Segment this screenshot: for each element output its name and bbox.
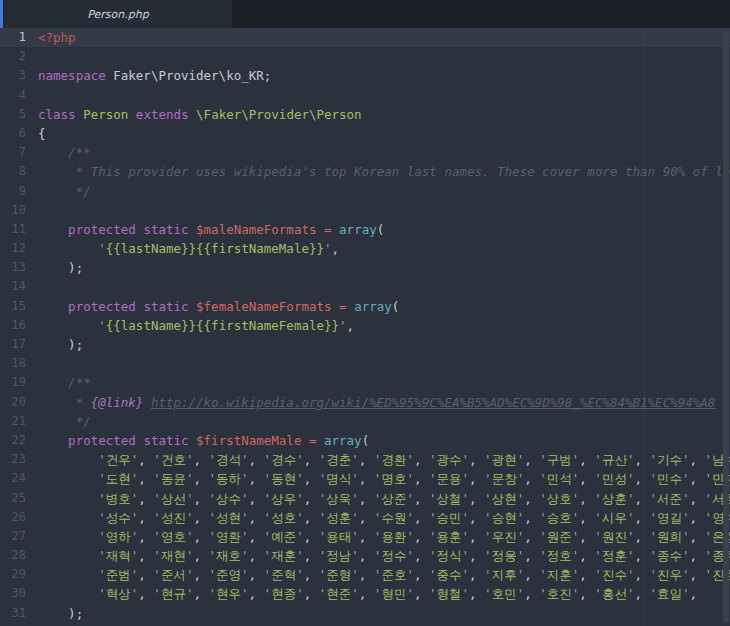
- code-line[interactable]: 7 /**: [0, 143, 730, 162]
- code-line[interactable]: 22 protected static $firstNameMale = arr…: [0, 431, 730, 450]
- code-line[interactable]: 26 '성수', '성진', '성현', '성호', '성훈', '수원', '…: [0, 508, 730, 527]
- code-token-green: 준형: [326, 567, 351, 582]
- code-token-green: 상수: [216, 491, 241, 506]
- code-token-green: 영환: [216, 529, 241, 544]
- code-token-quote: ': [153, 471, 161, 486]
- code-token-plain: ,: [414, 491, 429, 506]
- code-token-quote: ': [153, 548, 161, 563]
- code-token-quote: ': [429, 452, 437, 467]
- code-line[interactable]: 10: [0, 201, 730, 220]
- code-token-green: 문용: [437, 471, 462, 486]
- code-line[interactable]: 14: [0, 277, 730, 296]
- code-line[interactable]: 21 */: [0, 412, 730, 431]
- code-line[interactable]: 15 protected static $femaleNameFormats =…: [0, 297, 730, 316]
- code-token-plain: (: [392, 299, 400, 314]
- code-line[interactable]: 20 * {@link} http://ko.wikipedia.org/wik…: [0, 393, 730, 412]
- code-line[interactable]: 29 '준범', '준서', '준영', '준혁', '준형', '준호', '…: [0, 565, 730, 584]
- code-line[interactable]: 3namespace Faker\Provider\ko_KR;: [0, 66, 730, 85]
- code-token-plain: [38, 586, 98, 601]
- code-token-green: 문창: [492, 471, 517, 486]
- code-token-quote: ': [351, 586, 359, 601]
- code-token-plain: ,: [579, 471, 594, 486]
- line-number: 23: [0, 450, 26, 469]
- code-line[interactable]: 13 );: [0, 258, 730, 277]
- code-token-quote: ': [462, 529, 470, 544]
- code-line[interactable]: 18: [0, 354, 730, 373]
- code-token-var: $maleNameFormats: [196, 222, 316, 237]
- code-line[interactable]: 2: [0, 47, 730, 66]
- code-token-comment: */: [38, 414, 91, 429]
- code-token-quote: ': [462, 452, 470, 467]
- code-line[interactable]: 28 '재혁', '재현', '재호', '재훈', '정남', '정수', '…: [0, 546, 730, 565]
- code-line[interactable]: 25 '병호', '상선', '상수', '상우', '상욱', '상준', '…: [0, 489, 730, 508]
- code-token-green: 원진: [602, 529, 627, 544]
- code-line[interactable]: 27 '영하', '영호', '영환', '예준', '용태', '용환', '…: [0, 527, 730, 546]
- code-token-plain: [38, 548, 98, 563]
- code-token-quote: ': [264, 548, 272, 563]
- code-token-quote: ': [98, 318, 106, 333]
- code-token-quote: ': [98, 491, 106, 506]
- code-token-quote: ': [705, 567, 713, 582]
- code-token-green: 경환: [381, 452, 406, 467]
- tab-person-php[interactable]: Person.php: [4, 0, 232, 28]
- code-token-quote: ': [153, 567, 161, 582]
- code-token-quote: ': [406, 491, 414, 506]
- code-token-green: 혁상: [106, 586, 131, 601]
- code-line[interactable]: 5class Person extends \Faker\Provider\Pe…: [0, 105, 730, 124]
- code-token-plain: ,: [359, 471, 374, 486]
- code-token-plain: ,: [359, 567, 374, 582]
- code-line[interactable]: 23 '건우', '건호', '경석', '경수', '경춘', '경환', '…: [0, 450, 730, 469]
- code-line[interactable]: 8 * This provider uses wikipedia's top K…: [0, 162, 730, 181]
- code-token-green: 병호: [106, 491, 131, 506]
- code-token-quote: ': [682, 471, 690, 486]
- code-token-green: 지후: [492, 567, 517, 582]
- code-line[interactable]: 17 );: [0, 335, 730, 354]
- code-line[interactable]: 19 /**: [0, 373, 730, 392]
- code-token-plain: [38, 452, 98, 467]
- code-token-plain: ,: [634, 471, 649, 486]
- code-token-green: 시우: [602, 510, 627, 525]
- code-token-quote: ': [153, 529, 161, 544]
- code-token-green: 기수: [657, 452, 682, 467]
- code-line[interactable]: 1<?php: [0, 28, 730, 47]
- code-token-plain: ,: [138, 567, 153, 582]
- code-line[interactable]: 31 );: [0, 604, 730, 623]
- code-line[interactable]: 4: [0, 86, 730, 105]
- code-line[interactable]: 30 '혁상', '현규', '현우', '현종', '현준', '형민', '…: [0, 584, 730, 603]
- code-token-quote: ': [98, 567, 106, 582]
- code-token-plain: ,: [579, 510, 594, 525]
- code-line[interactable]: 6{: [0, 124, 730, 143]
- code-token-plain: [128, 107, 136, 122]
- code-token-plain: ,: [690, 586, 698, 601]
- code-token-link: http://ko.wikipedia.org/wiki/%ED%95%9C%E…: [151, 395, 715, 410]
- code-token-plain: ,: [414, 548, 429, 563]
- line-number: 3: [0, 66, 26, 85]
- code-token-green: 재현: [161, 548, 186, 563]
- code-token-quote: ': [98, 471, 106, 486]
- code-token-quote: ': [594, 471, 602, 486]
- editor-pane[interactable]: 1<?php23namespace Faker\Provider\ko_KR;4…: [0, 28, 730, 626]
- code-line-text: [26, 354, 38, 373]
- code-token-plain: ,: [469, 471, 484, 486]
- code-token-plain: ,: [524, 491, 539, 506]
- code-line[interactable]: 24 '도현', '동윤', '동하', '동현', '명식', '명호', '…: [0, 469, 730, 488]
- code-token-quote: ': [406, 471, 414, 486]
- code-token-green: 호진: [547, 586, 572, 601]
- code-line[interactable]: 9 */: [0, 182, 730, 201]
- code-line[interactable]: 11 protected static $maleNameFormats = a…: [0, 220, 730, 239]
- code-token-quote: ': [705, 491, 713, 506]
- code-line[interactable]: 12 '{{lastName}}{{firstNameMale}}',: [0, 239, 730, 258]
- code-token-green: 광수: [437, 452, 462, 467]
- code-token-quote: ': [351, 529, 359, 544]
- code-line[interactable]: 16 '{{lastName}}{{firstNameFemale}}',: [0, 316, 730, 335]
- code-token-quote: ': [649, 567, 657, 582]
- code-token-quote: ': [264, 567, 272, 582]
- code-token-green: 정훈: [602, 548, 627, 563]
- code-token-plain: ,: [469, 510, 484, 525]
- code-line-text: class Person extends \Faker\Provider\Per…: [26, 105, 362, 124]
- vertical-scrollbar[interactable]: [723, 30, 729, 623]
- code-token-quote: ': [296, 586, 304, 601]
- code-token-plain: {: [38, 126, 46, 141]
- code-token-quote: ': [208, 586, 216, 601]
- code-line-text: [26, 86, 38, 105]
